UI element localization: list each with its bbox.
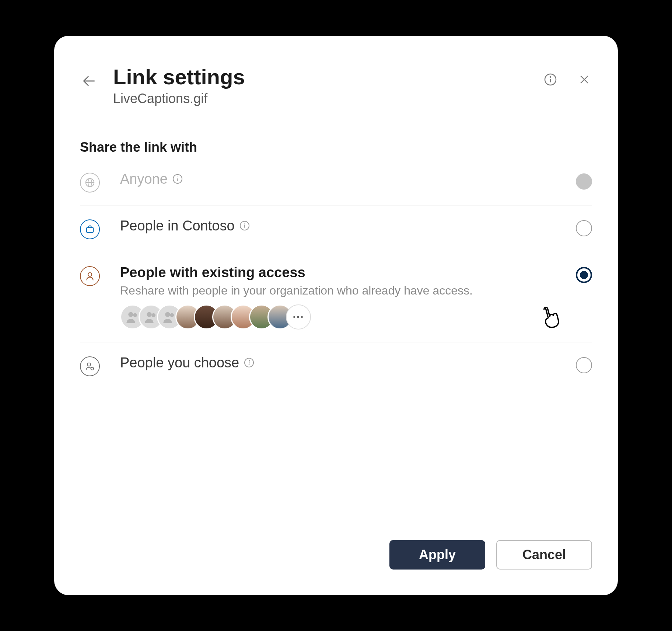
dialog-footer: Apply Cancel: [389, 540, 592, 570]
existing-access-avatars[interactable]: ···: [120, 304, 548, 329]
option-anyone[interactable]: Anyone i: [80, 159, 592, 205]
svg-rect-9: [87, 228, 94, 232]
option-existing-access[interactable]: People with existing access Reshare with…: [80, 252, 592, 342]
link-settings-dialog: Link settings LiveCaptions.gif Share the…: [54, 36, 618, 595]
dialog-filename: LiveCaptions.gif: [113, 91, 528, 106]
apply-button[interactable]: Apply: [389, 540, 485, 570]
svg-point-15: [165, 312, 170, 317]
radio-choose-people[interactable]: [576, 357, 592, 373]
svg-point-12: [133, 313, 137, 317]
svg-point-17: [87, 363, 91, 366]
briefcase-icon: [80, 219, 100, 239]
radio-existing-access[interactable]: [576, 267, 592, 283]
svg-point-16: [170, 313, 174, 317]
dialog-header: Link settings LiveCaptions.gif: [80, 65, 592, 106]
info-icon[interactable]: i: [244, 358, 254, 367]
person-icon: [80, 266, 100, 286]
back-button[interactable]: [80, 72, 98, 90]
people-gear-icon: [80, 356, 100, 376]
info-button[interactable]: [543, 72, 558, 87]
svg-point-13: [147, 312, 151, 317]
dialog-title: Link settings: [113, 65, 528, 89]
option-choose-label: People you choose: [120, 355, 239, 371]
close-button[interactable]: [577, 72, 592, 87]
radio-anyone: [576, 173, 592, 190]
svg-point-11: [128, 312, 133, 317]
option-organization-label: People in Contoso: [120, 218, 235, 234]
cancel-button[interactable]: Cancel: [496, 540, 592, 570]
radio-organization[interactable]: [576, 220, 592, 236]
svg-point-10: [88, 272, 92, 276]
section-heading: Share the link with: [80, 140, 592, 155]
option-existing-description: Reshare with people in your organization…: [120, 283, 548, 299]
option-choose-people[interactable]: People you choose i: [80, 342, 592, 389]
option-anyone-label: Anyone: [120, 171, 168, 187]
info-icon[interactable]: i: [240, 221, 249, 230]
option-existing-label: People with existing access: [120, 265, 305, 281]
avatar-overflow-button[interactable]: ···: [286, 304, 311, 329]
svg-point-3: [550, 77, 551, 77]
info-icon[interactable]: i: [173, 174, 182, 184]
svg-point-14: [151, 313, 155, 317]
globe-icon: [80, 173, 100, 193]
option-organization[interactable]: People in Contoso i: [80, 205, 592, 252]
